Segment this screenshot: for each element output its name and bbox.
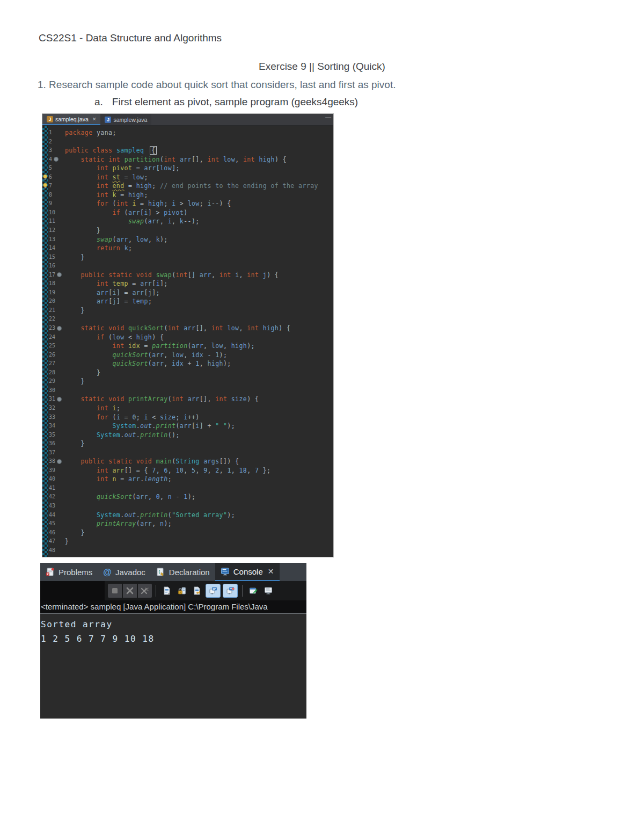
close-view-icon[interactable]: ✕ [268, 567, 274, 576]
code-line[interactable]: 35 System.out.println(); [42, 431, 333, 440]
tab-label: Javadoc [115, 568, 145, 577]
code-line[interactable]: 19 arr[i] = arr[j]; [42, 288, 333, 298]
code-line[interactable]: 27 quickSort(arr, idx + 1, high); [42, 359, 333, 368]
tab-label: Declaration [169, 568, 210, 577]
code-area[interactable]: 1package yana;23public class sampleq {4 … [42, 126, 333, 557]
code-line[interactable]: 37 [42, 448, 333, 458]
code-line[interactable]: 36 } [42, 439, 333, 448]
tab-declaration[interactable]: Declaration [151, 563, 215, 581]
code-line[interactable]: 18 int temp = arr[i]; [42, 279, 333, 288]
show-stderr-icon[interactable] [223, 584, 238, 598]
code-token: } [65, 378, 85, 385]
line-gutter: 38 [49, 457, 62, 466]
code-token: } [65, 440, 85, 447]
code-token: int [108, 156, 120, 163]
close-tab-icon[interactable]: ✕ [92, 117, 97, 122]
java-file-icon: J [105, 117, 111, 123]
console-output[interactable]: Sorted array 1 2 5 6 7 7 9 10 18 [40, 613, 306, 719]
code-line[interactable]: 14 return k; [42, 244, 333, 253]
word-wrap-icon[interactable] [190, 584, 204, 598]
code-token: quickSort [112, 360, 148, 367]
code-line[interactable]: 20 arr[j] = temp; [42, 297, 333, 306]
code-token: 2 [215, 467, 219, 474]
code-token: k [125, 244, 128, 252]
line-number: 41 [49, 485, 55, 491]
tab-javadoc[interactable]: @ Javadoc [98, 563, 150, 581]
code-line[interactable]: 38 public static void main(String args[]… [42, 457, 333, 466]
code-line[interactable]: 12 } [42, 226, 333, 235]
code-line[interactable]: 21 } [42, 306, 333, 315]
code-line[interactable]: 9 for (int i = high; i > low; i--) { [42, 199, 333, 208]
remove-launch-icon[interactable] [123, 584, 137, 598]
code-token: int [164, 156, 175, 163]
code-token [65, 475, 97, 483]
code-line[interactable]: 44 System.out.println("Sorted array"); [42, 511, 333, 520]
code-text: int pivot = arr[low]; [65, 164, 180, 173]
code-line[interactable]: 6 int st = low; [42, 173, 333, 182]
course-header: CS22S1 - Data Structure and Algorithms [39, 32, 222, 44]
code-line[interactable]: 4 static int partition(int arr[], int lo… [42, 155, 333, 164]
code-token [65, 493, 97, 501]
code-line[interactable]: 33 for (i = 0; i < size; i++) [42, 413, 333, 422]
code-line[interactable]: 10 if (arr[i] > pivot) [42, 208, 333, 217]
code-line[interactable]: 48 [42, 546, 333, 555]
line-gutter: 31 [49, 395, 62, 404]
tab-console[interactable]: Console ✕ [215, 563, 280, 581]
method-marker-icon [54, 157, 58, 162]
code-token: ( [105, 333, 113, 341]
code-line[interactable]: 15 } [42, 253, 333, 262]
code-line[interactable]: 8 int k = high; [42, 191, 333, 200]
code-token: arr [128, 475, 140, 483]
code-line[interactable]: 13 swap(arr, low, k); [42, 235, 333, 244]
code-token: printArray [128, 395, 168, 403]
pin-console-icon[interactable] [246, 584, 260, 598]
code-line[interactable]: 32 int i; [42, 404, 333, 413]
code-line[interactable]: 39 int arr[] = { 7, 6, 10, 5, 9, 2, 1, 1… [42, 466, 333, 475]
code-token: , [128, 236, 136, 243]
code-text: quickSort(arr, 0, n - 1); [65, 492, 195, 502]
code-line[interactable]: 5 int pivot = arr[low]; [42, 164, 333, 173]
code-line[interactable]: 7 int end = high; // end points to the e… [42, 182, 333, 191]
scroll-lock-icon[interactable] [175, 584, 189, 598]
code-line[interactable]: 30 [42, 386, 333, 395]
tab-samplew-java[interactable]: J samplew.java [100, 114, 151, 125]
clear-console-icon[interactable] [160, 584, 174, 598]
code-line[interactable]: 11 swap(arr, i, k--); [42, 217, 333, 226]
code-line[interactable]: 31 static void printArray(int arr[], int… [42, 395, 333, 404]
tab-sampleq-java[interactable]: J sampleq.java ✕ [42, 114, 100, 125]
code-line[interactable]: 46 } [42, 528, 333, 538]
code-token [108, 475, 112, 483]
minimize-icon[interactable]: — [325, 114, 331, 120]
show-stdout-icon[interactable] [206, 584, 221, 598]
code-line[interactable]: 1package yana; [42, 128, 333, 137]
code-line[interactable]: 28 } [42, 368, 333, 378]
code-line[interactable]: 41 [42, 484, 333, 493]
code-line[interactable]: 16 [42, 262, 333, 271]
code-line[interactable]: 25 int idx = partition(arr, low, high); [42, 342, 333, 351]
tab-problems[interactable]: Problems [40, 563, 98, 581]
code-line[interactable]: 47} [42, 537, 333, 546]
code-token: 0 [156, 493, 160, 501]
code-line[interactable]: 42 quickSort(arr, 0, n - 1); [42, 492, 333, 502]
code-token: , [148, 493, 156, 501]
code-line[interactable]: 22 [42, 315, 333, 324]
code-line[interactable]: 43 [42, 502, 333, 511]
code-line[interactable]: 2 [42, 137, 333, 147]
terminate-icon[interactable] [108, 584, 122, 598]
remove-all-terminated-icon[interactable] [138, 584, 152, 598]
code-line[interactable]: 29 } [42, 377, 333, 386]
console-output-line: 1 2 5 6 7 7 9 10 18 [41, 632, 306, 646]
code-line[interactable]: 23 static void quickSort(int arr[], int … [42, 324, 333, 333]
code-line[interactable]: 45 printArray(arr, n); [42, 519, 333, 528]
open-console-icon[interactable] [261, 584, 275, 598]
code-line[interactable]: 17 public static void swap(int[] arr, in… [42, 271, 333, 280]
code-line[interactable]: 3public class sampleq { [42, 146, 333, 155]
code-line[interactable]: 40 int n = arr.length; [42, 475, 333, 484]
code-token: []) { [219, 458, 239, 465]
code-line[interactable]: 26 quickSort(arr, low, idx - 1); [42, 351, 333, 360]
code-token: quickSort [128, 324, 164, 332]
code-token: println [140, 431, 168, 439]
code-token: [] [188, 271, 200, 279]
code-line[interactable]: 24 if (low < high) { [42, 333, 333, 342]
code-line[interactable]: 34 System.out.print(arr[i] + " "); [42, 422, 333, 431]
